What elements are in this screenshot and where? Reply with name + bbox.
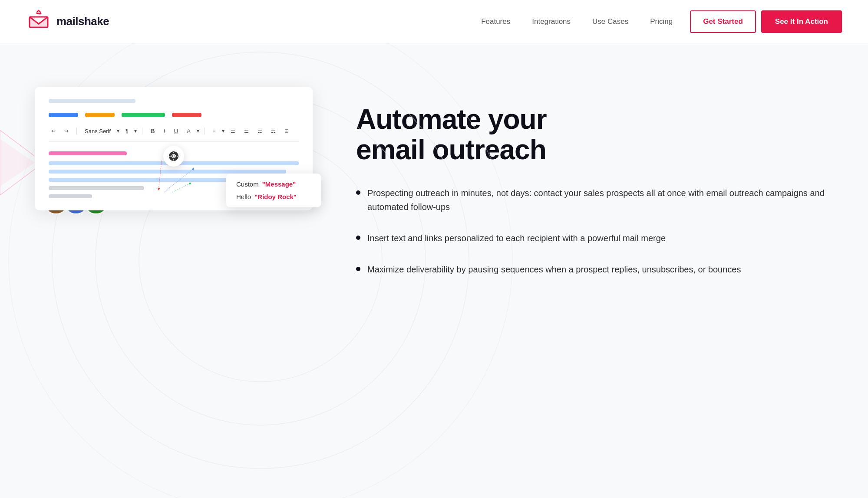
indent-icon[interactable]: ☴ xyxy=(255,127,265,135)
merge-icon xyxy=(168,151,179,162)
undo-icon[interactable]: ↩ xyxy=(49,127,58,135)
send-line xyxy=(49,194,92,198)
nav-features[interactable]: Features xyxy=(481,17,510,26)
font-selector[interactable]: Sans Serif xyxy=(82,127,113,135)
tab-yellow xyxy=(85,113,115,117)
editor-toolbar: ↩ ↪ Sans Serif ▾ ¶ ▾ B I U A ▾ ≡ ▾ ☰ ☰ ☴… xyxy=(49,127,299,142)
svg-marker-7 xyxy=(0,139,35,187)
editor-body-line-short xyxy=(49,186,144,190)
nav-links: Features Integrations Use Cases Pricing xyxy=(481,17,673,26)
logo-text: mailshake xyxy=(56,15,109,28)
editor-body-line-2 xyxy=(49,170,286,174)
merge-custom-message-line: Custom "Message" xyxy=(236,180,311,188)
paragraph-icon[interactable]: ¶ xyxy=(123,127,131,135)
toolbar-sep-3 xyxy=(205,128,205,134)
toolbar-sep-2 xyxy=(142,128,142,134)
see-it-in-action-button[interactable]: See It In Action xyxy=(761,10,842,33)
get-started-button[interactable]: Get Started xyxy=(690,10,756,33)
bullet-dot-1 xyxy=(356,190,360,195)
merge-icon-circle xyxy=(163,146,184,167)
font-color-icon[interactable]: A xyxy=(185,127,193,135)
logo-link[interactable]: mailshake xyxy=(26,9,109,34)
bullet-dot-2 xyxy=(356,236,360,240)
illustration-area: ↩ ↪ Sans Serif ▾ ¶ ▾ B I U A ▾ ≡ ▾ ☰ ☰ ☴… xyxy=(35,87,313,210)
feature-text-2: Insert text and links personalized to ea… xyxy=(367,231,666,245)
nav-use-cases[interactable]: Use Cases xyxy=(592,17,628,26)
redo-icon[interactable]: ↪ xyxy=(62,127,71,135)
tab-green xyxy=(122,113,165,117)
nav-integrations[interactable]: Integrations xyxy=(532,17,571,26)
logo-icon xyxy=(26,9,51,34)
align-icon[interactable]: ≡ xyxy=(210,127,218,135)
merge-label-1: Custom xyxy=(236,180,259,188)
font-dropdown-icon[interactable]: ▾ xyxy=(117,128,119,134)
feature-text-1: Prospecting outreach in minutes, not day… xyxy=(367,186,842,214)
bold-icon[interactable]: B xyxy=(148,127,157,135)
navbar: mailshake Features Integrations Use Case… xyxy=(0,0,868,43)
hero-content: Automate your email outreach Prospecting… xyxy=(339,69,842,276)
hero-headline: Automate your email outreach xyxy=(356,104,842,165)
merge-highlight-2: "Ridoy Rock" xyxy=(254,193,297,200)
feature-item-3: Maximize deliverability by pausing seque… xyxy=(356,262,842,276)
tab-blue xyxy=(49,113,78,117)
feature-list: Prospecting outreach in minutes, not day… xyxy=(356,186,842,276)
merge-hello-line: Hello "Ridoy Rock" xyxy=(236,193,311,200)
table-icon[interactable]: ⊟ xyxy=(282,127,291,135)
color-dropdown-icon[interactable]: ▾ xyxy=(197,128,199,134)
editor-top-bar xyxy=(49,99,135,103)
nav-pricing[interactable]: Pricing xyxy=(650,17,673,26)
italic-icon[interactable]: I xyxy=(161,127,168,135)
merge-label-2: Hello xyxy=(236,193,251,200)
feature-text-3: Maximize deliverability by pausing seque… xyxy=(367,262,741,276)
svg-point-9 xyxy=(173,155,175,157)
merge-popup-card: Custom "Message" Hello "Ridoy Rock" xyxy=(226,174,321,207)
merge-highlight-1: "Message" xyxy=(262,180,296,188)
list-ol-icon[interactable]: ☰ xyxy=(228,127,238,135)
editor-tabs xyxy=(49,113,299,117)
underline-icon[interactable]: U xyxy=(171,127,181,135)
toolbar-sep-1 xyxy=(76,128,77,134)
bullet-dot-3 xyxy=(356,267,360,271)
feature-item-1: Prospecting outreach in minutes, not day… xyxy=(356,186,842,214)
para-dropdown-icon[interactable]: ▾ xyxy=(134,128,137,134)
tab-red xyxy=(172,113,201,117)
editor-subject-line xyxy=(49,151,127,155)
feature-item-2: Insert text and links personalized to ea… xyxy=(356,231,842,245)
align-dropdown-icon[interactable]: ▾ xyxy=(222,128,224,134)
list-ul-icon[interactable]: ☰ xyxy=(241,127,251,135)
hero-section: ↩ ↪ Sans Serif ▾ ¶ ▾ B I U A ▾ ≡ ▾ ☰ ☰ ☴… xyxy=(0,43,868,498)
outdent-icon[interactable]: ☴ xyxy=(268,127,278,135)
